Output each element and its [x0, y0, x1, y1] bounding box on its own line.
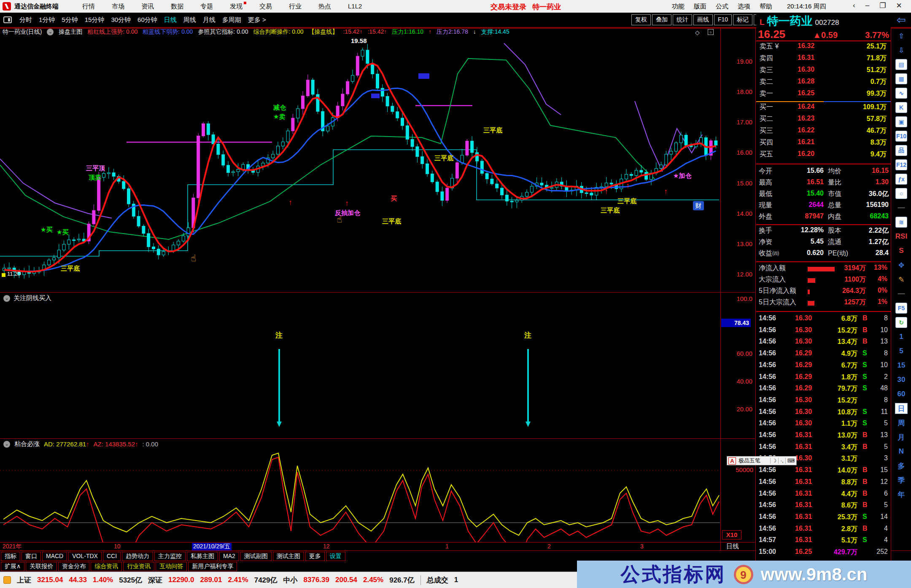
menu-item-功能[interactable]: 功能 [672, 3, 685, 11]
period-n[interactable]: N [892, 444, 911, 459]
status-icon[interactable] [3, 576, 11, 584]
f10-button[interactable]: F10 [892, 129, 911, 143]
panel-layout-icon[interactable]: ▣ [892, 115, 911, 129]
tab-VOL-TDX[interactable]: VOL-TDX [68, 552, 102, 561]
indicator-name[interactable]: 操盘主图 [59, 28, 82, 36]
tab-测试主图[interactable]: 测试主图 [273, 552, 304, 561]
menu-item-行情[interactable]: 行情 [82, 3, 95, 11]
period-5min[interactable]: 5 [892, 344, 911, 358]
toolbar-button-标记[interactable]: 标记 [733, 14, 752, 25]
toolbar-button-复权[interactable]: 复权 [631, 14, 651, 25]
timeframe-60分钟[interactable]: 60分钟 [137, 16, 157, 24]
financial-report-badge[interactable]: 财 [693, 201, 704, 210]
tab-设置[interactable]: 设置 [326, 552, 345, 561]
collapse-button[interactable]: ‹ [853, 1, 855, 10]
tab-测试副图[interactable]: 测试副图 [240, 552, 272, 561]
tab-新用户福利专享[interactable]: 新用户福利专享 [188, 562, 237, 571]
f5-button[interactable]: F5 [892, 301, 911, 315]
timeframe-30分钟[interactable]: 30分钟 [111, 16, 131, 24]
panel2-title[interactable]: 关注阴线买入 [13, 294, 51, 302]
period-quarter[interactable]: 季 [892, 473, 911, 487]
tab-行业资讯[interactable]: 行业资讯 [123, 562, 154, 571]
menu-item-L1L2[interactable]: L1L2 [348, 3, 362, 11]
tab-MACD[interactable]: MACD [42, 552, 67, 561]
multi-indicator-icon[interactable]: ≋ [892, 215, 911, 229]
f12-button[interactable]: F12 [892, 158, 911, 172]
period-1min[interactable]: 1 [892, 330, 911, 344]
tab-扩展∧[interactable]: 扩展∧ [1, 562, 24, 571]
tab-更多[interactable]: 更多 [305, 552, 325, 561]
menu-item-市场[interactable]: 市场 [112, 3, 124, 11]
timeframe-15分钟[interactable]: 15分钟 [85, 16, 105, 24]
trend-line-icon[interactable]: ∿ [892, 86, 911, 100]
oscillator-panel-chart[interactable] [0, 438, 720, 542]
chevron-down-icon[interactable]: ⌄ [47, 29, 54, 35]
scroll-down-icon[interactable]: ⇩ [892, 43, 911, 57]
ime-fullhalf-icon[interactable]: ☽ [770, 458, 779, 464]
chevron-down-icon[interactable]: ⌄ [3, 295, 10, 302]
ime-punct-icon[interactable]: ·, [778, 458, 785, 464]
tab-窗口[interactable]: 窗口 [22, 552, 41, 561]
timeframe-周线[interactable]: 周线 [183, 16, 196, 24]
menu-item-热点[interactable]: 热点 [318, 3, 331, 11]
timeframe-月线[interactable]: 月线 [203, 16, 216, 24]
tab-资金分布[interactable]: 资金分布 [58, 562, 89, 571]
period-15min[interactable]: 15 [892, 358, 911, 373]
tab-CCI[interactable]: CCI [103, 552, 121, 561]
kline-icon[interactable]: K [892, 100, 911, 115]
tab-趋势动力[interactable]: 趋势动力 [122, 552, 153, 561]
tree-icon[interactable]: 品 [892, 143, 911, 158]
chevron-down-icon[interactable]: ⌄ [3, 441, 10, 448]
main-kline-chart[interactable] [0, 36, 720, 290]
formula-icon[interactable]: ƒx [892, 172, 911, 186]
period-30min[interactable]: 30 [892, 373, 911, 387]
panel3-title[interactable]: 粘合必涨 [14, 440, 40, 448]
tab-MA2[interactable]: MA2 [219, 552, 239, 561]
rsi-button[interactable]: RSI [892, 229, 911, 244]
ime-toolbar[interactable]: A 极品五笔 ☽·,⌨ [727, 456, 797, 465]
tab-关联报价[interactable]: 关联报价 [26, 562, 57, 571]
menu-item-数据[interactable]: 数据 [171, 3, 183, 11]
minimize-panel-icon[interactable]: ▫ [708, 29, 714, 35]
restore-button[interactable]: ❐ [879, 1, 886, 10]
period-month[interactable]: 月 [892, 430, 911, 444]
toolbar-button-画线[interactable]: 画线 [693, 14, 713, 25]
diamond-icon[interactable]: ◇ [695, 29, 700, 36]
scroll-up-icon[interactable]: ⇧ [892, 29, 911, 43]
menu-item-交易[interactable]: 交易 [259, 3, 272, 11]
timeframe-日线[interactable]: 日线 [164, 16, 177, 24]
period-year[interactable]: 年 [892, 487, 911, 502]
quote-grid-icon[interactable]: ▦ [892, 72, 911, 86]
menu-item-发现[interactable]: 发现 [230, 3, 243, 11]
report-icon[interactable]: ▤ [892, 57, 911, 72]
app-logo-icon[interactable] [3, 2, 11, 11]
period-60min[interactable]: 60 [892, 387, 911, 401]
menu-item-专题[interactable]: 专题 [200, 3, 213, 11]
back-arrow-icon[interactable]: ⇦ [897, 13, 906, 27]
draw-icon[interactable]: ✎ [892, 272, 911, 287]
toolbar-button-F10[interactable]: F10 [714, 14, 732, 25]
tab-互动问答[interactable]: 互动问答 [156, 562, 187, 571]
tab-主力监控[interactable]: 主力监控 [154, 552, 186, 561]
s-marker-button[interactable]: S [892, 244, 911, 258]
menu-item-资讯[interactable]: 资讯 [141, 3, 154, 11]
timeframe-分时[interactable]: 分时 [19, 16, 32, 24]
toolbar-button-叠加[interactable]: 叠加 [652, 14, 671, 25]
timeframe-更多 >[interactable]: 更多 > [248, 16, 266, 24]
ime-mode-icon[interactable]: A [728, 457, 736, 464]
radar-icon[interactable]: ○ [892, 186, 911, 201]
tab-私募主图[interactable]: 私募主图 [187, 552, 218, 561]
close-button[interactable]: ✕ [896, 1, 902, 10]
period-day[interactable]: 日 [892, 401, 911, 416]
tab-指标[interactable]: 指标 [1, 552, 20, 561]
period-week[interactable]: 周 [892, 416, 911, 430]
trade-login-alert[interactable]: 交易未登录 特一药业 [491, 2, 561, 12]
period-multi[interactable]: 多 [892, 459, 911, 473]
menu-item-行业[interactable]: 行业 [289, 3, 302, 11]
timeframe-1分钟[interactable]: 1分钟 [39, 16, 55, 24]
refresh-icon[interactable]: ↻ [892, 315, 911, 330]
menu-item-公式[interactable]: 公式 [716, 3, 728, 11]
layout-toggle-icon[interactable] [3, 16, 12, 23]
toolbar-button-统计[interactable]: 统计 [673, 14, 692, 25]
menu-item-版面[interactable]: 版面 [694, 3, 706, 11]
